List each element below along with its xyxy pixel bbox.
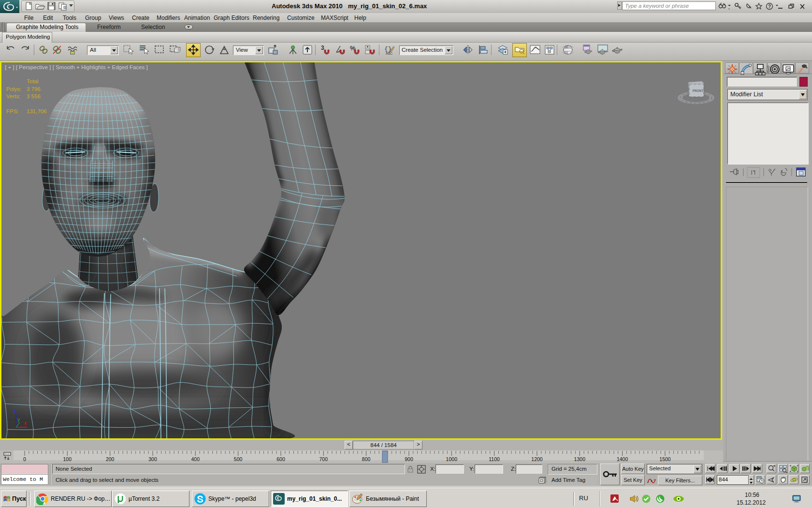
svg-text:100: 100 [63, 456, 72, 462]
svg-text:300: 300 [148, 456, 157, 462]
svg-text:500: 500 [234, 456, 243, 462]
svg-text:1400: 1400 [617, 456, 628, 462]
svg-text:ABC: ABC [386, 52, 392, 55]
svg-text:1100: 1100 [489, 456, 500, 462]
svg-text:?: ? [768, 4, 771, 9]
svg-text:1500: 1500 [659, 456, 671, 462]
svg-text:900: 900 [405, 456, 413, 462]
svg-text:1300: 1300 [574, 456, 586, 462]
svg-text:200: 200 [106, 456, 115, 462]
svg-text:700: 700 [319, 456, 328, 462]
svg-text:800: 800 [362, 456, 371, 462]
svg-text:400: 400 [191, 456, 200, 462]
svg-text:1000: 1000 [446, 456, 458, 462]
svg-text:3: 3 [321, 45, 324, 51]
svg-text:0: 0 [23, 456, 26, 462]
svg-text:600: 600 [276, 456, 285, 462]
svg-text:1200: 1200 [531, 456, 543, 462]
